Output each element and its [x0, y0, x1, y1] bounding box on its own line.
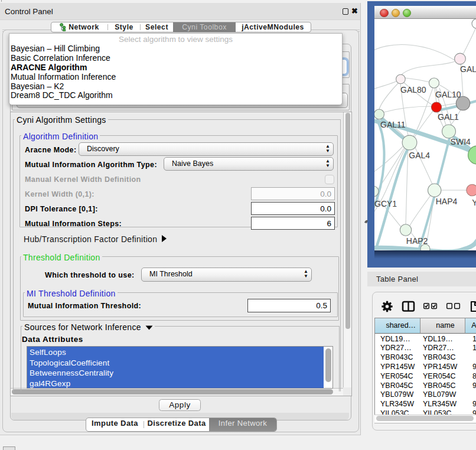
svg-text:Y: Y	[472, 197, 476, 207]
svg-text:GCY1: GCY1	[374, 198, 397, 208]
svg-text:HAP2: HAP2	[406, 236, 428, 246]
svg-text:GAL10: GAL10	[435, 89, 461, 99]
svg-text:HAP4: HAP4	[436, 197, 458, 206]
svg-text:GAL1: GAL1	[438, 112, 459, 121]
svg-text:GAL11: GAL11	[380, 119, 406, 129]
svg-text:GAL2: GAL2	[460, 64, 476, 74]
svg-text:GAL4: GAL4	[409, 150, 430, 159]
svg-text:GAL80: GAL80	[400, 84, 426, 94]
svg-text:SWI4: SWI4	[451, 137, 471, 146]
